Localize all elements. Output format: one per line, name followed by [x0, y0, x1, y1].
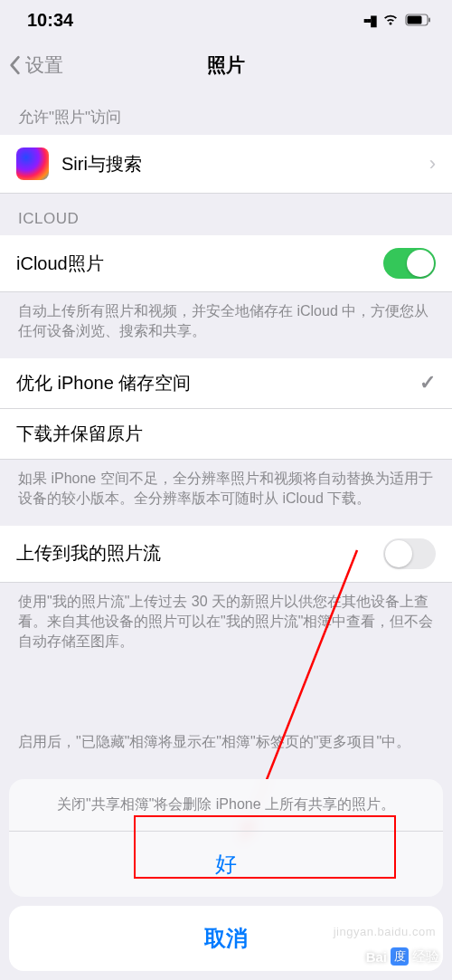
cell-icloud-photos[interactable]: iCloud照片 [0, 235, 452, 292]
svg-rect-1 [408, 16, 422, 24]
chevron-left-icon [7, 55, 22, 75]
mystream-label: 上传到我的照片流 [16, 541, 383, 566]
wifi-icon [381, 14, 400, 26]
nav-back-label: 设置 [25, 52, 63, 78]
action-sheet: 关闭"共享相簿"将会删除 iPhone 上所有共享的照片。 好 取消 [9, 779, 443, 971]
signal-icon: ▪▪▮ [363, 12, 376, 29]
battery-icon [405, 14, 432, 26]
nav-title: 照片 [207, 52, 245, 78]
cell-optimize-storage[interactable]: 优化 iPhone 储存空间 ✓ [0, 358, 452, 409]
status-right: ▪▪▮ [363, 12, 432, 29]
optimize-label: 优化 iPhone 储存空间 [16, 371, 419, 395]
hidden-footer: 启用后，"已隐藏"相簿将显示在"相簿"标签页的"更多项目"中。 [0, 723, 452, 768]
status-bar: 10:34 ▪▪▮ [0, 0, 452, 40]
chevron-right-icon: › [429, 152, 436, 176]
watermark-url: jingyan.baidu.com [334, 925, 436, 938]
sheet-ok-button[interactable]: 好 [9, 832, 443, 897]
section-header-icloud: ICLOUD [0, 194, 452, 235]
sheet-group: 关闭"共享相簿"将会删除 iPhone 上所有共享的照片。 好 [9, 779, 443, 897]
icloud-footer: 自动上传所有照片和视频，并安全地储存在 iCloud 中，方便您从任何设备浏览、… [0, 292, 452, 358]
paw-icon: 度 [391, 947, 409, 966]
download-label: 下载并保留原片 [16, 422, 436, 446]
siri-icon [16, 147, 49, 180]
mystream-toggle[interactable] [383, 538, 436, 569]
icloud-photos-toggle[interactable] [383, 248, 436, 279]
cell-my-photo-stream[interactable]: 上传到我的照片流 [0, 526, 452, 583]
icloud-photos-label: iCloud照片 [16, 252, 383, 276]
svg-rect-2 [428, 18, 430, 23]
nav-back-button[interactable]: 设置 [0, 52, 63, 78]
section-header-access: 允许"照片"访问 [0, 90, 452, 135]
watermark-text: 经验 [412, 948, 439, 966]
mystream-footer: 使用"我的照片流"上传过去 30 天的新照片以供您在其他设备上查看。来自其他设备… [0, 583, 452, 669]
status-time: 10:34 [27, 10, 73, 31]
nav-bar: 设置 照片 [0, 40, 452, 90]
siri-label: Siri与搜索 [61, 152, 429, 176]
cell-siri-search[interactable]: Siri与搜索 › [0, 135, 452, 194]
watermark-logo: Bai度经验 [366, 947, 439, 966]
cell-download-originals[interactable]: 下载并保留原片 [0, 409, 452, 460]
checkmark-icon: ✓ [419, 371, 436, 395]
storage-footer: 如果 iPhone 空间不足，全分辨率照片和视频将自动替换为适用于设备的较小版本… [0, 460, 452, 526]
sheet-message: 关闭"共享相簿"将会删除 iPhone 上所有共享的照片。 [9, 779, 443, 832]
